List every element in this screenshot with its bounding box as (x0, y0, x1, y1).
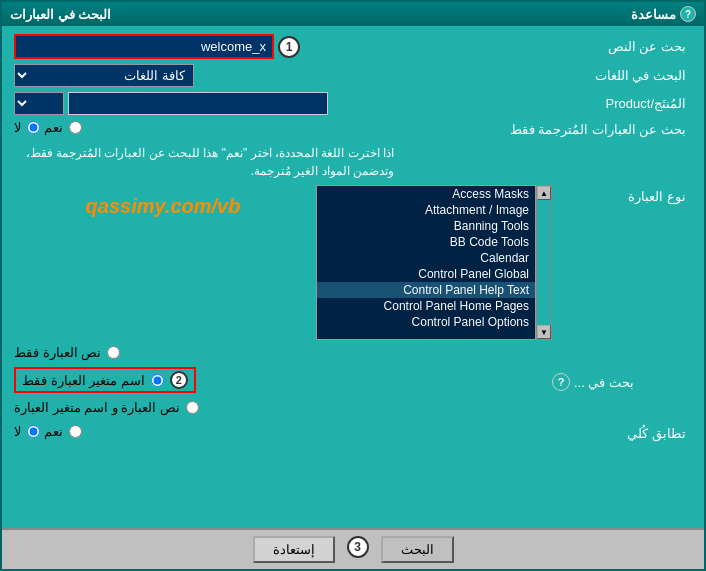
product-label: المُنتَج/Product (552, 96, 692, 111)
phrase-item-cp-help-text[interactable]: Control Panel Help Text (317, 282, 535, 298)
exact-match-label: تطابق كُلي (552, 426, 692, 441)
main-window: ? مساعدة البحث في العبارات بحث عن النص 1… (0, 0, 706, 571)
scroll-track (537, 200, 551, 325)
help-link[interactable]: مساعدة (631, 7, 676, 22)
search-text-label: بحث عن النص (552, 39, 692, 54)
search-text-row: بحث عن النص 1 (14, 34, 692, 59)
translated-yes-label[interactable]: نعم (44, 120, 82, 135)
phrase-item-attachment-image[interactable]: Attachment / Image (317, 202, 535, 218)
phrase-item-banning-tools[interactable]: Banning Tools (317, 218, 535, 234)
info-row: اذا اخترت اللغة المحددة، اختر "نعم" هذا … (14, 144, 692, 180)
translated-no-label[interactable]: لا (14, 120, 40, 135)
phrase-item-cp-global[interactable]: Control Panel Global (317, 266, 535, 282)
option-phrase-text-span: نص العبارة فقط (14, 345, 101, 360)
exact-yes-label[interactable]: نعم (44, 424, 82, 439)
language-control: كافة اللغات (14, 64, 552, 87)
option-phrase-var-radio[interactable] (151, 374, 164, 387)
language-label: البحث في اللغات (552, 68, 692, 83)
option-phrase-text-label[interactable]: نص العبارة فقط (14, 345, 120, 360)
exact-no-radio[interactable] (27, 425, 40, 438)
search-in-label-text: بحث في ... (574, 375, 634, 390)
search-text-input[interactable] (14, 34, 274, 59)
badge-1: 1 (278, 36, 300, 58)
search-in-options: نص العبارة فقط 2 اسم متغير العبارة فقط ن… (14, 345, 552, 419)
option-both-label[interactable]: نص العبارة و اسم متغير العبارة (14, 400, 199, 415)
bottom-bar: البحث 3 إستعادة (2, 528, 704, 569)
product-control (14, 92, 552, 115)
search-in-help-icon[interactable]: ? (552, 373, 570, 391)
content-area: بحث عن النص 1 البحث في اللغات كافة اللغا… (2, 26, 704, 528)
scroll-up-arrow[interactable]: ▲ (537, 186, 551, 200)
option-phrase-var-span: اسم متغير العبارة فقط (22, 373, 145, 388)
translated-row: بحث عن العبارات المُترجمة فقط نعم لا (14, 120, 692, 139)
product-select-arrow[interactable] (14, 92, 64, 115)
info-text: اذا اخترت اللغة المحددة، اختر "نعم" هذا … (14, 144, 394, 180)
translated-label: بحث عن العبارات المُترجمة فقط (510, 122, 692, 137)
exact-no-text: لا (14, 424, 21, 439)
badge-3: 3 (347, 536, 369, 558)
exact-no-label[interactable]: لا (14, 424, 40, 439)
option-phrase-text-radio[interactable] (107, 346, 120, 359)
product-input[interactable] (68, 92, 328, 115)
scroll-down-arrow[interactable]: ▼ (537, 325, 551, 339)
exact-yes-radio[interactable] (69, 425, 82, 438)
phrase-list-with-scroll: ▲ ▼ Access Masks Attachment / Image Bann… (316, 185, 552, 340)
translated-no-text: لا (14, 120, 21, 135)
search-in-row: بحث في ... ? نص العبارة فقط 2 اسم متغير … (14, 345, 692, 419)
phrase-list-container: ▲ ▼ Access Masks Attachment / Image Bann… (316, 185, 552, 340)
help-icon-title: ? (680, 6, 696, 22)
window-title: البحث في العبارات (10, 7, 111, 22)
translated-yes-radio[interactable] (69, 121, 82, 134)
phrase-item-access-masks[interactable]: Access Masks (317, 186, 535, 202)
exact-match-control: نعم لا (14, 424, 552, 443)
phrase-item-bb-code-tools[interactable]: BB Code Tools (317, 234, 535, 250)
search-in-label: بحث في ... ? (552, 373, 692, 391)
translated-no-radio[interactable] (27, 121, 40, 134)
phrase-type-row: نوع العبارة ▲ ▼ Access Masks Attachment … (14, 185, 692, 340)
option-phrase-var-label[interactable]: 2 اسم متغير العبارة فقط (14, 367, 196, 393)
phrase-type-control: ▲ ▼ Access Masks Attachment / Image Bann… (14, 185, 552, 340)
title-bar-left: ? مساعدة (631, 6, 696, 22)
phrase-item-cp-home-pages[interactable]: Control Panel Home Pages (317, 298, 535, 314)
translated-yes-text: نعم (44, 120, 63, 135)
option-both-span: نص العبارة و اسم متغير العبارة (14, 400, 180, 415)
phrase-type-label: نوع العبارة (552, 185, 692, 204)
language-select[interactable]: كافة اللغات (14, 64, 194, 87)
option-both-radio[interactable] (186, 401, 199, 414)
exact-yes-text: نعم (44, 424, 63, 439)
phrase-list-box[interactable]: Access Masks Attachment / Image Banning … (316, 185, 536, 340)
phrase-item-cp-options[interactable]: Control Panel Options (317, 314, 535, 330)
reset-button[interactable]: إستعادة (253, 536, 335, 563)
search-text-control: 1 (14, 34, 552, 59)
badge-2: 2 (170, 371, 188, 389)
watermark-text: qassimy.com/vb (14, 185, 312, 228)
search-button[interactable]: البحث (381, 536, 454, 563)
title-bar: ? مساعدة البحث في العبارات (2, 2, 704, 26)
phrase-item-calendar[interactable]: Calendar (317, 250, 535, 266)
phrase-scrollbar[interactable]: ▲ ▼ (536, 185, 552, 340)
info-text-control: اذا اخترت اللغة المحددة، اختر "نعم" هذا … (14, 144, 552, 180)
exact-match-row: تطابق كُلي نعم لا (14, 424, 692, 443)
language-row: البحث في اللغات كافة اللغات (14, 64, 692, 87)
product-row: المُنتَج/Product (14, 92, 692, 115)
translated-control: نعم لا (14, 120, 510, 139)
